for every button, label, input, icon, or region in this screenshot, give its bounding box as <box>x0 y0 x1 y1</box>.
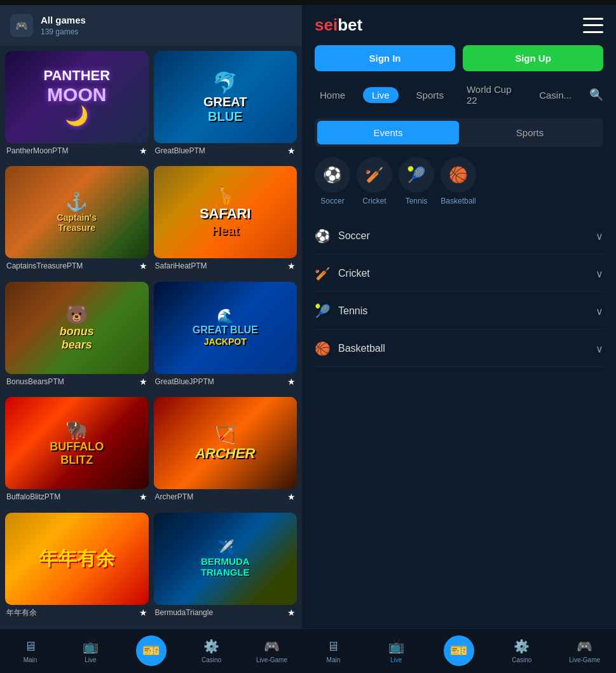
game-card-archer[interactable]: 🏹 ARCHER ArcherPTM ★ <box>154 397 298 507</box>
left-panel: 🎮 All games 139 games PANTHER MOON 🌙 <box>0 5 302 628</box>
sport-icons: ⚽ Soccer 🏏 Cricket 🎾 Tennis 🏀 Basketball <box>302 157 616 218</box>
star-icon-bermuda[interactable]: ★ <box>287 607 296 618</box>
nav-btn-livegame-left[interactable]: 🎮 Live-Game <box>242 635 302 667</box>
star-icon-archer[interactable]: ★ <box>287 492 296 502</box>
hamburger-line-1 <box>583 18 603 20</box>
tennis-row-label: Tennis <box>338 305 367 317</box>
sport-icon-cricket[interactable]: 🏏 Cricket <box>357 157 392 205</box>
game-card-nian[interactable]: 年年有余 年年有余 ★ <box>5 513 149 623</box>
main-label-right: Main <box>327 656 341 663</box>
basketball-icon: 🏀 <box>441 157 476 193</box>
sport-row-left-cricket: 🏏 Cricket <box>315 266 370 281</box>
game-card-bonus[interactable]: 🐻 bonusbears BonusBearsPTM ★ <box>5 282 149 392</box>
game-card-greatbluejp[interactable]: 🌊 GREAT BLUEJACKPOT GreatBlueJPPTM ★ <box>154 282 298 392</box>
nav-item-live[interactable]: Live <box>363 87 399 103</box>
nav-btn-live-right[interactable]: 📺 Live <box>365 635 428 667</box>
nav-btn-bet-right[interactable]: 🎫 <box>428 635 491 667</box>
cricket-icon: 🏏 <box>357 157 392 193</box>
sport-row-left-soccer: ⚽ Soccer <box>315 228 370 244</box>
star-icon-greatbluejp[interactable]: ★ <box>287 377 296 387</box>
all-games-text: All games 139 games <box>41 15 86 37</box>
search-icon[interactable]: 🔍 <box>589 88 603 102</box>
game-thumb-bonus: 🐻 bonusbears <box>5 282 149 374</box>
signup-button[interactable]: Sign Up <box>463 45 603 71</box>
soccer-label: Soccer <box>320 197 344 205</box>
star-icon-greatblue[interactable]: ★ <box>287 146 296 156</box>
game-name-archer: ArcherPTM <box>155 492 194 501</box>
sport-row-basketball[interactable]: 🏀 Basketball ∨ <box>315 331 603 367</box>
game-label-buffalo: BuffaloBlitzPTM ★ <box>5 489 149 504</box>
nav-item-casino[interactable]: Casin... <box>534 87 577 103</box>
tab-events[interactable]: Events <box>317 121 459 144</box>
all-games-header: 🎮 All games 139 games <box>0 5 302 46</box>
live-icon-right: 📺 <box>388 639 404 654</box>
sport-row-soccer[interactable]: ⚽ Soccer ∨ <box>315 218 603 254</box>
signin-button[interactable]: Sign In <box>315 45 455 71</box>
casino-icon-left: ⚙️ <box>203 639 219 654</box>
logo-sei: sei <box>315 15 338 34</box>
nav-btn-main-right[interactable]: 🖥 Main <box>302 635 365 667</box>
game-card-captains[interactable]: ⚓ Captain'sTreasure CaptainsTreasurePTM … <box>5 166 149 276</box>
game-thumb-archer: 🏹 ARCHER <box>154 397 298 489</box>
game-thumb-captains: ⚓ Captain'sTreasure <box>5 166 149 258</box>
main-layout: 🎮 All games 139 games PANTHER MOON 🌙 <box>0 5 616 628</box>
hamburger-line-2 <box>583 24 603 26</box>
star-icon-safari[interactable]: ★ <box>287 261 296 271</box>
game-name-greatblue: GreatBluePTM <box>155 146 205 155</box>
star-icon-captains[interactable]: ★ <box>139 261 147 271</box>
game-label-panther: PantherMoonPTM ★ <box>5 143 149 158</box>
sport-icon-basketball[interactable]: 🏀 Basketball <box>441 157 476 205</box>
basketball-row-icon: 🏀 <box>315 341 331 356</box>
logo: seibet <box>315 15 362 35</box>
game-thumb-greatbluejp: 🌊 GREAT BLUEJACKPOT <box>154 282 298 374</box>
nav-btn-live-left[interactable]: 📺 Live <box>60 635 121 667</box>
sport-icon-tennis[interactable]: 🎾 Tennis <box>399 157 434 205</box>
sport-row-tennis[interactable]: 🎾 Tennis ∨ <box>315 293 603 330</box>
soccer-row-icon: ⚽ <box>315 228 331 244</box>
game-label-bonus: BonusBearsPTM ★ <box>5 374 149 389</box>
game-card-buffalo[interactable]: 🦬 BUFFALOBLITZ BuffaloBlitzPTM ★ <box>5 397 149 507</box>
basketball-row-label: Basketball <box>338 343 385 354</box>
sport-row-cricket[interactable]: 🏏 Cricket ∨ <box>315 256 603 292</box>
nav-btn-livegame-right[interactable]: 🎮 Live-Game <box>553 635 616 667</box>
nav-btn-main-left[interactable]: 🖥 Main <box>0 635 60 667</box>
tennis-label: Tennis <box>406 197 428 205</box>
game-label-archer: ArcherPTM ★ <box>154 489 298 504</box>
star-icon-panther[interactable]: ★ <box>139 146 147 156</box>
game-name-safari: SafariHeatPTM <box>155 261 207 270</box>
hamburger-menu[interactable] <box>583 18 603 33</box>
game-label-captains: CaptainsTreasurePTM ★ <box>5 258 149 274</box>
game-card-greatblue[interactable]: 🐬 GREATBLUE GreatBluePTM ★ <box>154 51 298 161</box>
bet-circle-right: 🎫 <box>444 635 474 666</box>
livegame-icon-right: 🎮 <box>577 639 592 654</box>
game-card-safari[interactable]: 🦒 SAFARIHeat SafariHeatPTM ★ <box>154 166 298 276</box>
game-label-bermuda: BermudaTriangle ★ <box>154 605 298 620</box>
sport-row-left-tennis: 🎾 Tennis <box>315 303 367 319</box>
game-label-greatbluejp: GreatBlueJPPTM ★ <box>154 374 298 389</box>
main-icon-left: 🖥 <box>24 639 37 654</box>
nav-btn-casino-left[interactable]: ⚙️ Casino <box>181 635 242 667</box>
game-card-bermuda[interactable]: ✈️ BERMUDATRIANGLE BermudaTriangle ★ <box>154 513 298 623</box>
soccer-icon: ⚽ <box>315 157 350 193</box>
game-name-panther: PantherMoonPTM <box>6 146 68 155</box>
live-label-left: Live <box>85 656 96 663</box>
right-header: seibet <box>302 5 616 45</box>
live-icon-left: 📺 <box>83 639 99 654</box>
livegame-label-right: Live-Game <box>569 656 600 663</box>
star-icon-buffalo[interactable]: ★ <box>139 492 147 502</box>
nav-item-home[interactable]: Home <box>315 87 350 103</box>
sport-icon-soccer[interactable]: ⚽ Soccer <box>315 157 350 205</box>
nav-btn-bet-left[interactable]: 🎫 <box>121 635 181 667</box>
tab-sports[interactable]: Sports <box>459 121 601 144</box>
nav-btn-casino-right[interactable]: ⚙️ Casino <box>490 635 553 667</box>
nav-item-sports[interactable]: Sports <box>411 87 449 103</box>
content-tabs: Events Sports <box>315 118 603 147</box>
star-icon-bonus[interactable]: ★ <box>139 377 147 387</box>
game-thumb-greatblue: 🐬 GREATBLUE <box>154 51 298 143</box>
game-card-panther[interactable]: PANTHER MOON 🌙 PantherMoonPTM ★ <box>5 51 149 161</box>
nav-item-worldcup[interactable]: World Cup 22 <box>462 81 521 108</box>
livegame-icon-left: 🎮 <box>264 639 280 654</box>
star-icon-nian[interactable]: ★ <box>139 607 147 618</box>
bet-circle-left: 🎫 <box>136 635 167 666</box>
cricket-chevron-icon: ∨ <box>596 268 603 280</box>
